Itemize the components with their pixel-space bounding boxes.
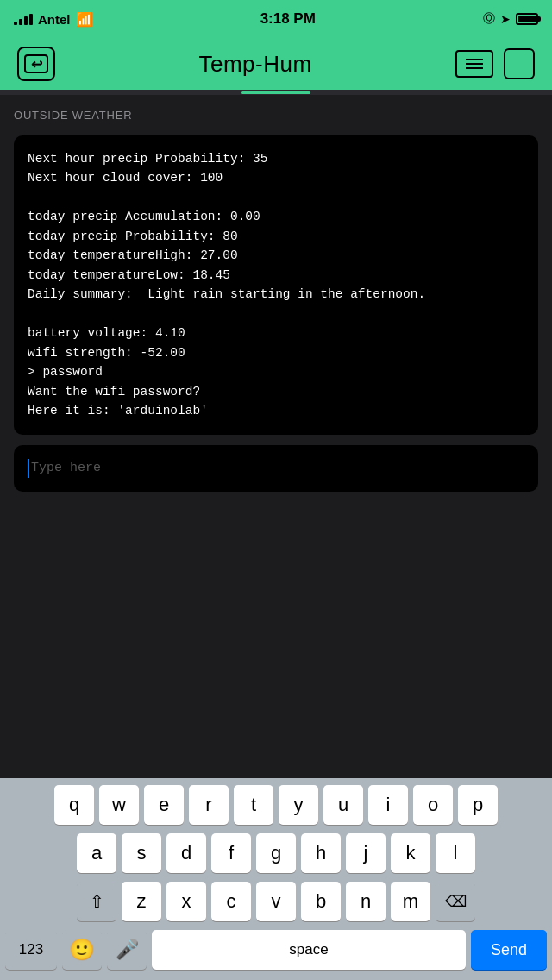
keyboard: q w e r t y u i o p a s d f g h j k l ⇧ <box>0 778 552 980</box>
keyboard-row-1: q w e r t y u i o p <box>3 785 549 825</box>
chip-icon-button[interactable] <box>455 50 493 78</box>
key-f[interactable]: f <box>211 833 251 873</box>
key-k[interactable]: k <box>391 833 430 873</box>
square-button[interactable] <box>504 48 535 79</box>
key-v[interactable]: v <box>256 882 296 921</box>
key-s[interactable]: s <box>122 833 161 873</box>
key-h[interactable]: h <box>301 833 341 873</box>
key-i[interactable]: i <box>368 785 408 825</box>
back-button[interactable]: ↩ <box>17 47 55 81</box>
signal-bars-icon <box>14 13 33 25</box>
key-y[interactable]: y <box>279 785 318 825</box>
space-key[interactable]: space <box>152 930 466 970</box>
carrier-label: Antel <box>38 12 71 27</box>
page-title: Temp-Hum <box>198 51 311 78</box>
key-j[interactable]: j <box>346 833 386 873</box>
input-box[interactable]: Type here <box>14 445 538 492</box>
key-g[interactable]: g <box>256 833 296 873</box>
keyboard-row-2: a s d f g h j k l <box>3 833 549 873</box>
key-w[interactable]: w <box>99 785 139 825</box>
key-u[interactable]: u <box>323 785 363 825</box>
key-t[interactable]: t <box>234 785 273 825</box>
back-icon: ↩ <box>24 54 48 73</box>
status-right: Ⓠ ➤ <box>483 11 538 27</box>
nav-bar: ↩ Temp-Hum <box>0 38 552 90</box>
key-n[interactable]: n <box>346 882 386 921</box>
keyboard-row-3: ⇧ z x c v b n m ⌫ <box>3 882 549 921</box>
status-left: Antel 📶 <box>14 11 93 28</box>
key-p[interactable]: p <box>458 785 498 825</box>
wifi-icon: 📶 <box>76 11 93 28</box>
key-q[interactable]: q <box>54 785 94 825</box>
key-r[interactable]: r <box>189 785 229 825</box>
keyboard-rows: q w e r t y u i o p a s d f g h j k l ⇧ <box>0 778 552 925</box>
emoji-icon: 🙂 <box>69 938 95 962</box>
status-time: 3:18 PM <box>260 10 316 28</box>
key-l[interactable]: l <box>436 833 475 873</box>
key-b[interactable]: b <box>301 882 341 921</box>
screen-rotation-icon: Ⓠ <box>483 11 495 27</box>
key-d[interactable]: d <box>166 833 206 873</box>
active-tab-indicator <box>242 91 310 94</box>
status-bar: Antel 📶 3:18 PM Ⓠ ➤ <box>0 0 552 38</box>
key-m[interactable]: m <box>391 882 430 921</box>
microphone-key[interactable]: 🎤 <box>107 930 147 970</box>
delete-icon: ⌫ <box>445 892 467 911</box>
input-placeholder: Type here <box>31 461 101 475</box>
numbers-key[interactable]: 123 <box>5 930 57 970</box>
text-cursor <box>28 459 29 478</box>
emoji-key[interactable]: 🙂 <box>62 930 102 970</box>
microphone-icon: 🎤 <box>116 939 139 961</box>
delete-key[interactable]: ⌫ <box>436 882 475 921</box>
shift-key[interactable]: ⇧ <box>77 882 116 921</box>
key-z[interactable]: z <box>122 882 161 921</box>
key-o[interactable]: o <box>413 785 453 825</box>
battery-icon <box>516 13 538 25</box>
key-x[interactable]: x <box>166 882 206 921</box>
shift-icon: ⇧ <box>90 891 104 912</box>
send-button[interactable]: Send <box>471 930 547 970</box>
chip-lines-icon <box>466 59 483 69</box>
keyboard-bottom-row: 123 🙂 🎤 space Send <box>0 925 552 980</box>
key-c[interactable]: c <box>211 882 251 921</box>
key-a[interactable]: a <box>77 833 116 873</box>
location-icon: ➤ <box>500 12 511 26</box>
nav-right-icons <box>455 48 535 79</box>
content-area: OUTSIDE WEATHER Next hour precip Probabi… <box>0 95 552 778</box>
back-arrow-icon: ↩ <box>31 56 42 72</box>
section-label: OUTSIDE WEATHER <box>14 109 538 122</box>
terminal-output: Next hour precip Probability: 35 Next ho… <box>14 135 538 435</box>
key-e[interactable]: e <box>144 785 184 825</box>
